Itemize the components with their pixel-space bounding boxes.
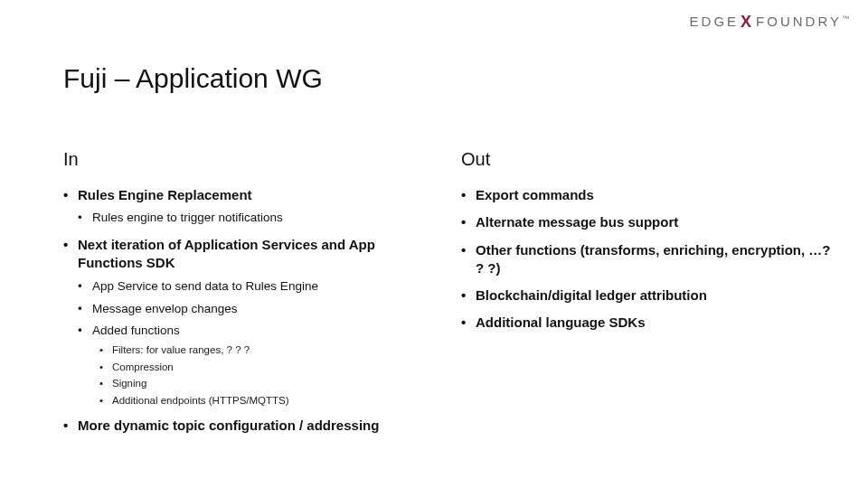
list-item: App Service to send data to Rules Engine bbox=[78, 278, 434, 296]
list-item: Other functions (transforms, enriching, … bbox=[461, 241, 832, 278]
list-item: Message envelop changes bbox=[78, 301, 434, 318]
list-item: Alternate message bus support bbox=[461, 213, 832, 231]
in-list: Rules Engine Replacement Rules engine to… bbox=[63, 186, 434, 436]
brand-foundry: FOUNDRY bbox=[756, 14, 842, 29]
svg-point-16 bbox=[702, 448, 709, 455]
brand-edge: EDGE bbox=[690, 14, 740, 29]
list-item: Compression bbox=[99, 361, 434, 375]
slide-title: Fuji – Application WG bbox=[63, 63, 323, 94]
brand-tm: ™ bbox=[842, 14, 852, 23]
list-item: Signing bbox=[99, 377, 434, 391]
col-in: In Rules Engine Replacement Rules engine… bbox=[63, 149, 434, 445]
out-list: Export commands Alternate message bus su… bbox=[461, 186, 832, 333]
list-item: Added functions Filters: for value range… bbox=[78, 323, 434, 408]
list-item: Next iteration of Application Services a… bbox=[63, 236, 434, 408]
list-item: Filters: for value ranges, ? ? ? bbox=[99, 343, 434, 358]
list-item: Additional endpoints (HTTPS/MQTTS) bbox=[99, 394, 434, 408]
list-item: More dynamic topic configuration / addre… bbox=[63, 417, 434, 435]
svg-point-14 bbox=[448, 475, 456, 483]
list-item: Export commands bbox=[461, 186, 832, 204]
list-item: Additional language SDKs bbox=[461, 314, 832, 332]
list-item: Rules Engine Replacement Rules engine to… bbox=[63, 186, 434, 227]
col-in-head: In bbox=[63, 149, 434, 170]
brand-x-icon: X bbox=[741, 13, 754, 31]
svg-point-23 bbox=[856, 205, 862, 211]
slide: EDGEXFOUNDRY™ Fuji – Application WG In R… bbox=[0, 0, 868, 488]
col-out: Out Export commands Alternate message bu… bbox=[461, 149, 832, 445]
list-item: Blockchain/digital ledger attribution bbox=[461, 286, 832, 305]
col-out-head: Out bbox=[461, 149, 832, 170]
brand-logo: EDGEXFOUNDRY™ bbox=[690, 13, 852, 32]
columns: In Rules Engine Replacement Rules engine… bbox=[63, 149, 832, 445]
list-item: Rules engine to trigger notifications bbox=[78, 210, 434, 227]
